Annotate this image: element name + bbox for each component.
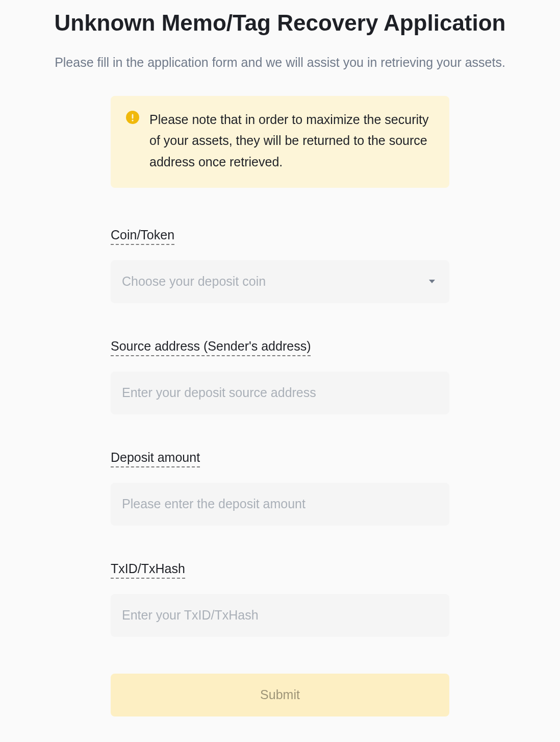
submit-button[interactable]: Submit (111, 674, 449, 716)
svg-point-2 (132, 119, 133, 121)
source-address-label: Source address (Sender's address) (111, 339, 311, 356)
page-container: Unknown Memo/Tag Recovery Application Pl… (0, 10, 560, 716)
field-source-address: Source address (Sender's address) (111, 339, 449, 414)
page-title: Unknown Memo/Tag Recovery Application (0, 10, 560, 36)
warning-icon (126, 111, 139, 124)
coin-token-label: Coin/Token (111, 228, 174, 245)
chevron-down-icon (429, 280, 435, 283)
page-subtitle: Please fill in the application form and … (0, 54, 560, 71)
txid-label: TxID/TxHash (111, 561, 185, 579)
field-coin-token: Coin/Token Choose your deposit coin (111, 228, 449, 303)
coin-token-placeholder: Choose your deposit coin (122, 274, 266, 289)
field-txid: TxID/TxHash (111, 561, 449, 637)
field-deposit-amount: Deposit amount (111, 450, 449, 526)
deposit-amount-label: Deposit amount (111, 450, 200, 467)
source-address-input[interactable] (111, 372, 449, 414)
security-notice-text: Please note that in order to maximize th… (149, 109, 434, 172)
coin-token-select[interactable]: Choose your deposit coin (111, 260, 449, 303)
deposit-amount-input[interactable] (111, 483, 449, 526)
txid-input[interactable] (111, 594, 449, 637)
form: Please note that in order to maximize th… (111, 71, 449, 716)
security-notice: Please note that in order to maximize th… (111, 96, 449, 188)
svg-rect-1 (132, 114, 134, 119)
